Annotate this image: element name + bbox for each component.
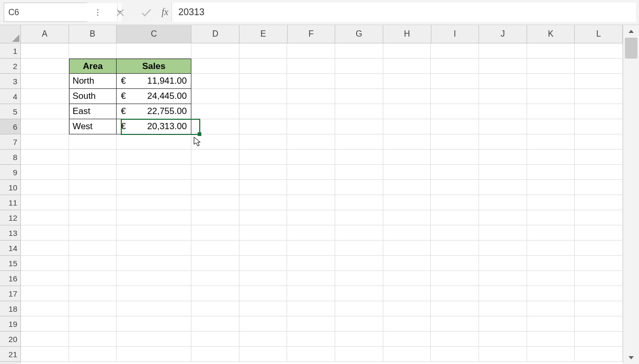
cell-D18[interactable] [191,301,239,316]
cell-A13[interactable] [21,225,69,241]
cell-I20[interactable] [431,332,479,347]
cell-D20[interactable] [191,332,239,347]
cell-B7[interactable] [69,134,117,150]
column-header-A[interactable]: A [21,25,69,43]
cell-B19[interactable] [69,316,117,332]
cell-L10[interactable] [575,180,623,195]
cell-K8[interactable] [527,150,575,165]
cell-L14[interactable] [575,241,623,256]
cell-I8[interactable] [431,150,479,165]
cell-J10[interactable] [479,180,527,195]
scroll-down-button[interactable] [623,351,639,364]
cell-K4[interactable] [527,89,575,104]
cell-L4[interactable] [575,89,623,104]
cell-E7[interactable] [239,134,288,150]
cell-C15[interactable] [117,256,191,271]
cell-D17[interactable] [191,286,239,301]
cell-H17[interactable] [383,286,431,301]
cell-E13[interactable] [239,225,288,241]
cell-E1[interactable] [239,43,288,59]
cell-F16[interactable] [287,271,335,286]
name-box[interactable] [4,3,87,22]
cell-C9[interactable] [117,165,191,180]
cell-J7[interactable] [479,134,527,150]
cell-L2[interactable] [575,59,623,74]
cell-J8[interactable] [479,150,527,165]
row-header-5[interactable]: 5 [0,104,21,119]
cell-A3[interactable] [21,74,69,89]
cell-I3[interactable] [431,74,479,89]
cell-C14[interactable] [117,241,191,256]
cell-D13[interactable] [191,225,239,241]
cell-H18[interactable] [383,301,431,316]
cell-E14[interactable] [239,241,288,256]
cell-I16[interactable] [431,271,479,286]
cell-G11[interactable] [335,195,383,210]
cell-G4[interactable] [335,89,383,104]
cell-L13[interactable] [575,225,623,241]
cell-B18[interactable] [69,301,117,316]
cell-L18[interactable] [575,301,623,316]
cell-L12[interactable] [575,210,623,225]
cell-L21[interactable] [575,347,623,362]
cell-G8[interactable] [335,150,383,165]
cell-F5[interactable] [287,104,335,119]
cell-H21[interactable] [383,347,431,362]
cell-B2[interactable]: Area [69,59,117,74]
cell-B5[interactable]: East [69,104,117,119]
row-header-19[interactable]: 19 [0,316,21,332]
cell-D11[interactable] [191,195,239,210]
select-all-button[interactable] [0,25,21,43]
cell-B21[interactable] [69,347,117,362]
cell-J11[interactable] [479,195,527,210]
cell-C6[interactable]: €20,313.00 [117,119,191,134]
cell-H10[interactable] [383,180,431,195]
cell-F15[interactable] [287,256,335,271]
cell-I12[interactable] [431,210,479,225]
cell-D16[interactable] [191,271,239,286]
vertical-scrollbar[interactable] [623,25,639,364]
cell-G12[interactable] [335,210,383,225]
cell-G2[interactable] [335,59,383,74]
cell-K21[interactable] [527,347,575,362]
cell-J18[interactable] [479,301,527,316]
cell-J13[interactable] [479,225,527,241]
cell-F19[interactable] [287,316,335,332]
cell-C21[interactable] [117,347,191,362]
cell-B9[interactable] [69,165,117,180]
cell-E19[interactable] [239,316,288,332]
cell-C2[interactable]: Sales [117,59,191,74]
cell-E11[interactable] [239,195,288,210]
cell-G13[interactable] [335,225,383,241]
row-header-7[interactable]: 7 [0,134,21,150]
cell-D9[interactable] [191,165,239,180]
cell-J2[interactable] [479,59,527,74]
cell-A15[interactable] [21,256,69,271]
cell-F17[interactable] [287,286,335,301]
cell-F12[interactable] [287,210,335,225]
cell-A7[interactable] [21,134,69,150]
cell-G14[interactable] [335,241,383,256]
cell-I10[interactable] [431,180,479,195]
cell-A4[interactable] [21,89,69,104]
cell-K6[interactable] [527,119,575,134]
cell-D6[interactable] [191,119,239,134]
cell-H1[interactable] [383,43,431,59]
cell-C19[interactable] [117,316,191,332]
cancel-button[interactable] [115,7,126,18]
cell-I14[interactable] [431,241,479,256]
cell-I1[interactable] [431,43,479,59]
cell-A14[interactable] [21,241,69,256]
cell-B16[interactable] [69,271,117,286]
cell-H6[interactable] [383,119,431,134]
cell-I9[interactable] [431,165,479,180]
cell-D21[interactable] [191,347,239,362]
cell-E15[interactable] [239,256,288,271]
column-header-K[interactable]: K [527,25,575,43]
cell-K13[interactable] [527,225,575,241]
row-header-10[interactable]: 10 [0,180,21,195]
cell-L6[interactable] [575,119,623,134]
scrollbar-thumb[interactable] [625,38,637,59]
cell-A6[interactable] [21,119,69,134]
cell-K19[interactable] [527,316,575,332]
